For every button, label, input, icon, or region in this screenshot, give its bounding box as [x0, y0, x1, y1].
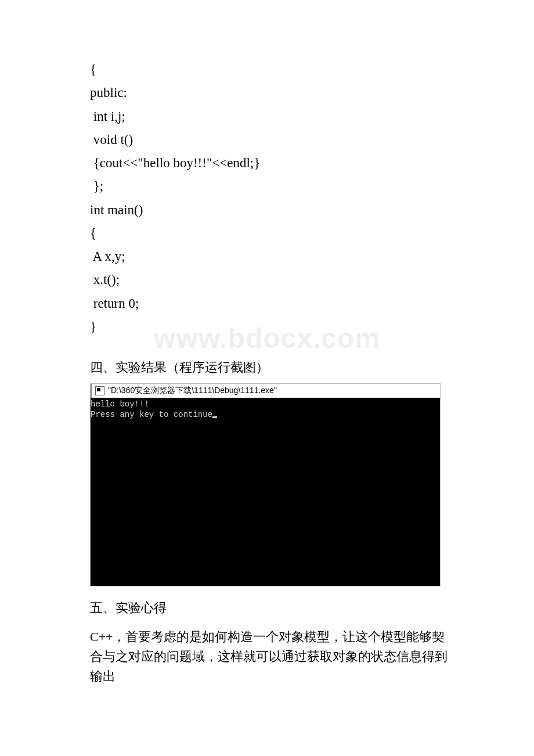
code-line: int i,j; [90, 105, 453, 128]
console-output: hello boy!!! Press any key to continue [91, 398, 440, 586]
code-line: void t() [90, 128, 453, 152]
code-line: x.t(); [90, 268, 453, 291]
document-page: { public: int i,j; void t() {cout<<"hell… [0, 0, 534, 721]
section5-heading: 五、实验心得 [90, 599, 453, 617]
code-line: }; [90, 175, 453, 198]
code-line: { [90, 222, 453, 245]
code-block: { public: int i,j; void t() {cout<<"hell… [90, 58, 453, 339]
console-title: "D:\360安全浏览器下载\1111\Debug\1111.exe" [108, 386, 277, 396]
console-line: hello boy!!! [91, 399, 149, 409]
cursor-icon [212, 416, 217, 418]
section4-heading: 四、实验结果（程序运行截图） [90, 359, 453, 376]
code-line: public: [90, 81, 453, 105]
console-titlebar: "D:\360安全浏览器下载\1111\Debug\1111.exe" [91, 384, 440, 398]
console-line: Press any key to continue [91, 410, 212, 419]
code-line: return 0; [90, 292, 453, 315]
code-line: int main() [90, 199, 453, 222]
code-line: } [90, 315, 453, 339]
console-screenshot: "D:\360安全浏览器下载\1111\Debug\1111.exe" hell… [90, 383, 441, 586]
code-line: {cout<<"hello boy!!!"<<endl;} [90, 152, 453, 175]
code-line: A x,y; [90, 245, 453, 268]
app-icon [95, 386, 104, 395]
body-paragraph: C++，首要考虑的是如何构造一个对象模型，让这个模型能够契合与之对应的问题域，这… [90, 627, 453, 686]
code-line: { [90, 58, 453, 81]
